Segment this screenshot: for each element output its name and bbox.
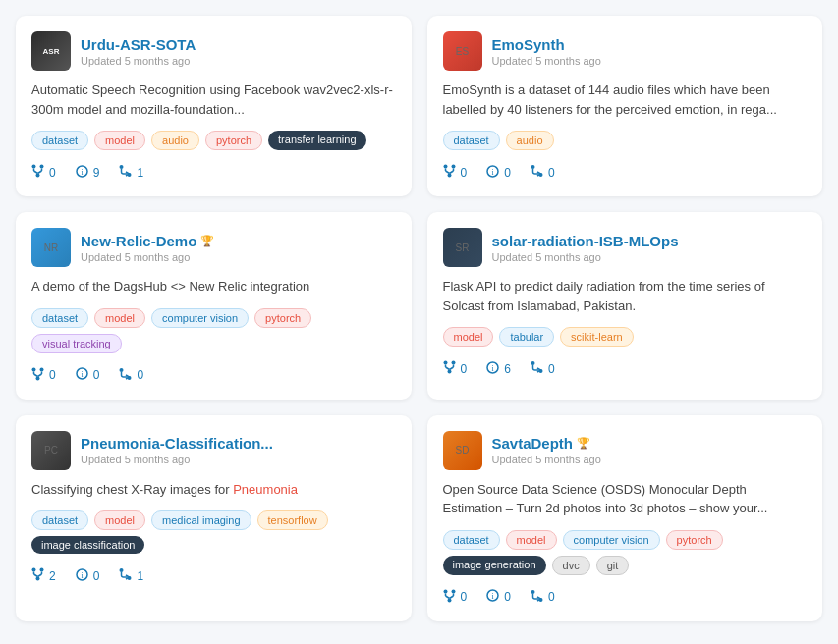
card-stats: 0i00 — [31, 367, 396, 384]
card-title-area: Urdu-ASR-SOTAUpdated 5 months ago — [81, 36, 196, 67]
card-stats: 0i60 — [443, 360, 808, 377]
svg-line-17 — [449, 171, 453, 174]
card-new-relic-demo: NRNew-Relic-Demo🏆Updated 5 months agoA d… — [16, 212, 412, 400]
tag-transfer-learning[interactable]: transfer learning — [268, 131, 366, 150]
info-icon: i — [486, 165, 499, 181]
stat-fork: 0 — [443, 589, 468, 606]
tag-dataset[interactable]: dataset — [443, 131, 500, 150]
tag-model[interactable]: model — [94, 131, 145, 150]
card-header: ASRUrdu-ASR-SOTAUpdated 5 months ago — [31, 31, 396, 71]
card-tags: datasetaudio — [443, 131, 808, 150]
tag-audio[interactable]: audio — [151, 131, 199, 150]
card-updated: Updated 5 months ago — [492, 55, 601, 67]
tag-dataset[interactable]: dataset — [31, 510, 88, 530]
card-tags: datasetmodelaudiopytorchtransfer learnin… — [31, 131, 396, 150]
svg-point-64 — [531, 590, 534, 594]
avatar: PC — [31, 431, 71, 470]
tag-visual-tracking[interactable]: visual tracking — [31, 334, 122, 353]
svg-point-46 — [36, 577, 40, 581]
card-updated: Updated 5 months ago — [81, 55, 196, 67]
card-header: SDSavtaDepth🏆Updated 5 months ago — [443, 431, 808, 470]
stat-info-value: 0 — [504, 166, 511, 180]
tag-tabular[interactable]: tabular — [499, 327, 554, 347]
tag-model[interactable]: model — [94, 510, 145, 530]
tag-model[interactable]: model — [94, 308, 145, 328]
tag-dataset[interactable]: dataset — [443, 530, 500, 550]
tag-tensorflow[interactable]: tensorflow — [257, 510, 328, 530]
svg-line-28 — [38, 374, 42, 377]
card-title-area: EmoSynthUpdated 5 months ago — [492, 36, 601, 67]
svg-line-50 — [38, 574, 42, 577]
stat-fork: 0 — [443, 164, 468, 181]
tag-scikit-learn[interactable]: scikit-learn — [560, 327, 634, 347]
pull-request-icon — [531, 589, 543, 606]
svg-line-60 — [445, 596, 449, 599]
svg-point-12 — [451, 165, 455, 169]
pull-request-icon — [119, 567, 132, 584]
card-description: Flask API to predict daily radiation fro… — [443, 277, 808, 315]
svg-line-16 — [445, 171, 449, 174]
card-tags: datasetmodelmedical imagingtensorflowima… — [31, 510, 396, 554]
stat-pull: 0 — [119, 367, 143, 384]
tag-dataset[interactable]: dataset — [31, 131, 88, 150]
tag-computer-vision[interactable]: computer vision — [151, 308, 249, 328]
card-tags: modeltabularscikit-learn — [443, 327, 808, 347]
svg-line-27 — [34, 374, 38, 377]
card-title-link[interactable]: EmoSynth — [492, 36, 601, 53]
fork-icon — [31, 164, 44, 181]
stat-pull: 1 — [119, 164, 143, 181]
stat-pull-value: 1 — [137, 569, 143, 583]
card-description: A demo of the DagsHub <> New Relic integ… — [31, 277, 396, 296]
card-stats: 0i91 — [31, 164, 396, 181]
tag-image-generation[interactable]: image generation — [443, 556, 546, 575]
card-title-link[interactable]: Urdu-ASR-SOTA — [81, 36, 196, 53]
tag-model[interactable]: model — [443, 327, 494, 347]
svg-text:i: i — [492, 168, 495, 177]
fork-icon — [443, 164, 456, 181]
tag-pytorch[interactable]: pytorch — [254, 308, 311, 328]
stat-fork-value: 0 — [461, 362, 468, 376]
tag-image-classification[interactable]: image classification — [31, 536, 144, 554]
card-title-link[interactable]: solar-radiation-ISB-MLOps — [492, 233, 679, 249]
crown-icon: 🏆 — [200, 235, 214, 247]
svg-line-38 — [445, 367, 449, 370]
card-title-link[interactable]: New-Relic-Demo🏆 — [81, 233, 214, 249]
info-icon: i — [486, 589, 499, 605]
tag-audio[interactable]: audio — [506, 131, 554, 150]
stat-pull: 0 — [531, 589, 555, 606]
tag-model[interactable]: model — [506, 530, 557, 550]
svg-point-57 — [447, 598, 451, 602]
tag-pytorch[interactable]: pytorch — [205, 131, 262, 150]
avatar: NR — [31, 228, 71, 267]
svg-point-1 — [40, 165, 44, 169]
pull-request-icon — [119, 367, 132, 384]
svg-line-61 — [449, 596, 453, 599]
card-description: Open Source Data Science (OSDS) Monocula… — [443, 480, 808, 518]
card-title-area: solar-radiation-ISB-MLOpsUpdated 5 month… — [492, 233, 679, 263]
card-pneumonia: PCPneumonia-Classification...Updated 5 m… — [16, 415, 412, 621]
stat-pull-value: 0 — [137, 368, 143, 382]
stat-info: i6 — [486, 361, 511, 377]
tag-pytorch[interactable]: pytorch — [666, 530, 723, 550]
tag-dataset[interactable]: dataset — [31, 308, 88, 328]
stat-pull: 0 — [531, 360, 555, 377]
svg-point-24 — [36, 376, 40, 380]
stat-info-value: 6 — [504, 362, 511, 376]
card-title-link[interactable]: SavtaDepth🏆 — [492, 435, 601, 452]
svg-point-31 — [120, 368, 124, 372]
card-header: PCPneumonia-Classification...Updated 5 m… — [31, 431, 396, 470]
svg-point-0 — [32, 165, 36, 169]
card-header: SRsolar-radiation-ISB-MLOpsUpdated 5 mon… — [443, 228, 808, 267]
tag-medical-imaging[interactable]: medical imaging — [151, 510, 251, 530]
tag-dvc[interactable]: dvc — [552, 556, 590, 575]
svg-text:i: i — [81, 168, 84, 177]
tag-git[interactable]: git — [596, 556, 630, 575]
card-header: ESEmoSynthUpdated 5 months ago — [443, 31, 808, 71]
card-description: Classifying chest X-Ray images for Pneum… — [31, 480, 396, 500]
svg-point-9 — [120, 165, 124, 169]
tag-computer-vision[interactable]: computer vision — [563, 530, 660, 550]
svg-text:i: i — [81, 370, 84, 379]
card-header: NRNew-Relic-Demo🏆Updated 5 months ago — [31, 228, 396, 267]
card-title-link[interactable]: Pneumonia-Classification... — [81, 435, 273, 452]
stat-fork: 2 — [31, 567, 56, 584]
